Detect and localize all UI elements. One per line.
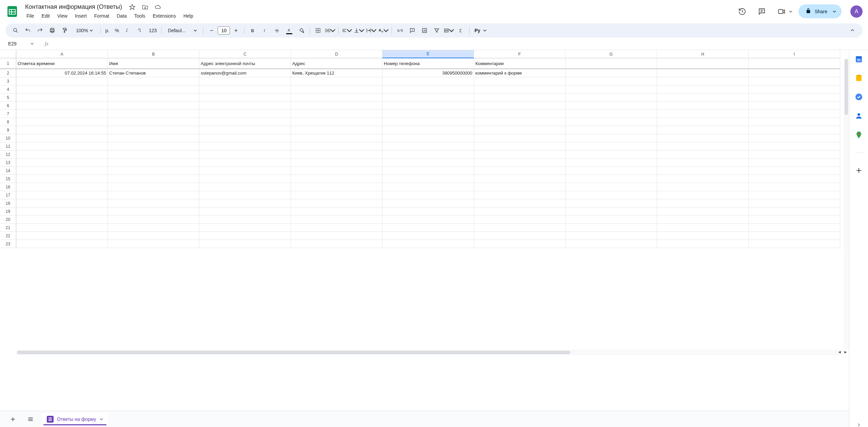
- functions-icon[interactable]: Σ: [456, 25, 467, 36]
- cell[interactable]: [199, 118, 291, 126]
- cell[interactable]: [108, 126, 199, 134]
- cell[interactable]: [657, 126, 749, 134]
- comments-icon[interactable]: [755, 5, 769, 18]
- cell[interactable]: [566, 199, 657, 207]
- cell[interactable]: [199, 183, 291, 191]
- add-addon-icon[interactable]: [855, 166, 863, 175]
- fill-color-icon[interactable]: [296, 25, 307, 36]
- row-header[interactable]: 3: [0, 77, 16, 85]
- increase-fontsize-icon[interactable]: [231, 25, 241, 36]
- column-header[interactable]: G: [566, 50, 657, 58]
- cell[interactable]: [199, 94, 291, 102]
- percent-button[interactable]: %: [113, 28, 121, 33]
- cell[interactable]: [749, 175, 840, 183]
- cell[interactable]: [291, 126, 382, 134]
- cell[interactable]: [382, 85, 474, 94]
- cell[interactable]: [474, 94, 566, 102]
- cell[interactable]: [474, 118, 566, 126]
- cell[interactable]: [566, 167, 657, 175]
- cell[interactable]: [108, 77, 199, 85]
- cell[interactable]: [199, 191, 291, 199]
- cell[interactable]: [657, 199, 749, 207]
- insert-comment-icon[interactable]: [407, 25, 418, 36]
- vertical-align-icon[interactable]: [354, 25, 364, 36]
- cell[interactable]: [657, 110, 749, 118]
- borders-icon[interactable]: [313, 25, 323, 36]
- merge-cells-icon[interactable]: [325, 25, 336, 36]
- row-header[interactable]: 11: [0, 142, 16, 150]
- cell[interactable]: [16, 191, 108, 199]
- menu-extensions[interactable]: Extensions: [149, 12, 179, 20]
- menu-format[interactable]: Format: [91, 12, 113, 20]
- scroll-right-icon[interactable]: ▶: [843, 349, 848, 354]
- cell[interactable]: [108, 94, 199, 102]
- table-view-icon[interactable]: [443, 25, 454, 36]
- cell[interactable]: [749, 110, 840, 118]
- decrease-decimal-icon[interactable]: .0: [122, 25, 133, 36]
- cell[interactable]: [291, 232, 382, 240]
- cell[interactable]: [382, 94, 474, 102]
- text-rotation-icon[interactable]: A: [378, 25, 389, 36]
- cell[interactable]: [749, 118, 840, 126]
- print-icon[interactable]: [47, 25, 58, 36]
- cell[interactable]: [108, 134, 199, 142]
- cell[interactable]: [566, 94, 657, 102]
- cell[interactable]: [199, 207, 291, 216]
- cell[interactable]: комментарий к форме: [474, 69, 566, 77]
- select-all-corner[interactable]: [0, 50, 16, 58]
- row-header[interactable]: 22: [0, 232, 16, 240]
- cell[interactable]: [749, 240, 840, 248]
- cell[interactable]: Степан Степанов: [108, 69, 199, 77]
- cell[interactable]: [382, 150, 474, 159]
- row-header[interactable]: 9: [0, 126, 16, 134]
- cell[interactable]: [291, 94, 382, 102]
- cell[interactable]: [382, 175, 474, 183]
- menu-help[interactable]: Help: [180, 12, 197, 20]
- cell[interactable]: [749, 77, 840, 85]
- cell[interactable]: [16, 118, 108, 126]
- row-header[interactable]: 7: [0, 110, 16, 118]
- sheet-tab-dropdown-icon[interactable]: [100, 416, 103, 422]
- sheet-tab[interactable]: Ответы на форму: [42, 413, 108, 425]
- cell[interactable]: [16, 126, 108, 134]
- python-button[interactable]: Py: [472, 28, 488, 33]
- row-header[interactable]: 12: [0, 150, 16, 159]
- cell[interactable]: [749, 199, 840, 207]
- row-header[interactable]: 1: [0, 58, 16, 69]
- cell[interactable]: [657, 102, 749, 110]
- share-dropdown-icon[interactable]: [833, 9, 836, 14]
- cell[interactable]: [749, 134, 840, 142]
- cell[interactable]: [657, 58, 749, 69]
- cell[interactable]: [749, 224, 840, 232]
- cell[interactable]: [108, 224, 199, 232]
- strikethrough-icon[interactable]: S: [272, 25, 282, 36]
- cell[interactable]: [749, 150, 840, 159]
- cell[interactable]: [474, 224, 566, 232]
- cell[interactable]: [474, 77, 566, 85]
- cell[interactable]: [108, 167, 199, 175]
- cell[interactable]: [382, 77, 474, 85]
- cell[interactable]: [199, 175, 291, 183]
- text-color-icon[interactable]: A: [284, 25, 295, 36]
- number-format-button[interactable]: 123: [147, 28, 159, 33]
- row-header[interactable]: 20: [0, 216, 16, 224]
- cell[interactable]: [108, 159, 199, 167]
- cell[interactable]: [749, 191, 840, 199]
- cell[interactable]: [657, 85, 749, 94]
- cell[interactable]: [16, 159, 108, 167]
- row-header[interactable]: 13: [0, 159, 16, 167]
- cell[interactable]: [382, 207, 474, 216]
- increase-decimal-icon[interactable]: .00: [135, 25, 145, 36]
- cell[interactable]: [566, 77, 657, 85]
- cell[interactable]: [108, 216, 199, 224]
- menu-data[interactable]: Data: [113, 12, 130, 20]
- cell[interactable]: [749, 167, 840, 175]
- row-header[interactable]: 14: [0, 167, 16, 175]
- cell[interactable]: [382, 110, 474, 118]
- column-header[interactable]: A: [16, 50, 108, 58]
- sheets-logo[interactable]: [5, 5, 19, 18]
- cell[interactable]: [657, 175, 749, 183]
- cell[interactable]: [749, 183, 840, 191]
- cell[interactable]: [657, 232, 749, 240]
- row-header[interactable]: 6: [0, 102, 16, 110]
